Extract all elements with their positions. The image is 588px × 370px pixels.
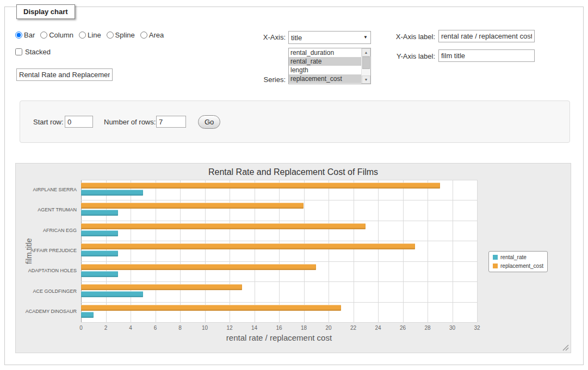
gridline bbox=[81, 200, 477, 200]
gridline bbox=[180, 180, 181, 322]
series-listbox-scrollbar[interactable]: ▲ ▼ bbox=[361, 48, 370, 84]
series-option-rental_rate[interactable]: rental_rate bbox=[289, 57, 361, 66]
x-tick-label: 4 bbox=[122, 325, 139, 331]
bar-rental_rate bbox=[81, 291, 143, 297]
gridline bbox=[205, 180, 206, 322]
bar-replacement_cost bbox=[81, 223, 366, 229]
chart-type-label: Column bbox=[49, 31, 73, 39]
y-axis-label-field-label: Y-Axis label: bbox=[374, 52, 435, 60]
x-axis-label-field-label: X-Axis label: bbox=[374, 33, 435, 41]
category-label: ACADEMY DINOSAUR bbox=[16, 309, 77, 314]
chart-title: Rental Rate and Replacement Cost of Film… bbox=[16, 167, 571, 177]
y-axis-label-input[interactable] bbox=[438, 49, 535, 62]
stacked-label: Stacked bbox=[25, 48, 51, 56]
legend-swatch bbox=[493, 264, 498, 268]
chart-type-bar[interactable]: Bar bbox=[15, 31, 35, 39]
chart-type-line[interactable]: Line bbox=[79, 31, 101, 39]
category-label: ACE GOLDFINGER bbox=[16, 289, 77, 294]
panel-legend: Display chart bbox=[16, 4, 75, 19]
bar-rental_rate bbox=[81, 250, 118, 256]
chart-type-radio-bar[interactable] bbox=[15, 32, 22, 39]
legend-swatch bbox=[493, 255, 498, 260]
x-tick-label: 32 bbox=[469, 325, 485, 331]
x-tick-label: 24 bbox=[370, 325, 386, 331]
start-row-input[interactable] bbox=[65, 116, 93, 128]
category-label: AIRPLANE SIERRA bbox=[16, 187, 77, 192]
gridline bbox=[81, 261, 477, 262]
x-tick-label: 28 bbox=[419, 325, 436, 331]
bar-rental_rate bbox=[81, 271, 118, 277]
x-tick-label: 16 bbox=[271, 325, 287, 331]
chart-type-radio-line[interactable] bbox=[79, 32, 86, 39]
stacked-checkbox[interactable] bbox=[15, 48, 22, 55]
chart-type-label: Bar bbox=[24, 31, 35, 39]
chart-type-spline[interactable]: Spline bbox=[107, 31, 135, 39]
row-controls-panel: Start row: Number of rows: Go bbox=[20, 101, 570, 143]
chart-type-label: Area bbox=[149, 31, 164, 39]
gridline bbox=[477, 180, 478, 322]
series-option-rental_duration[interactable]: rental_duration bbox=[289, 48, 361, 57]
bar-rental_rate bbox=[81, 210, 118, 216]
bar-replacement_cost bbox=[81, 203, 304, 209]
chart-type-radio-spline[interactable] bbox=[107, 32, 114, 39]
series-option-length[interactable]: length bbox=[289, 66, 361, 74]
chart-type-radio-column[interactable] bbox=[40, 32, 47, 39]
bar-replacement_cost bbox=[81, 264, 316, 270]
legend-item-rental_rate[interactable]: rental_rate bbox=[493, 254, 543, 260]
x-tick-label: 8 bbox=[172, 325, 188, 331]
chart-type-column[interactable]: Column bbox=[40, 31, 73, 39]
series-option-replacement_cost[interactable]: replacement_cost bbox=[289, 74, 361, 83]
bar-rental_rate bbox=[81, 230, 118, 236]
x-axis-select-wrap: title ▼ bbox=[288, 31, 371, 44]
bar-replacement_cost bbox=[81, 284, 242, 290]
x-tick-label: 26 bbox=[395, 325, 411, 331]
series-listbox[interactable]: rental_durationrental_ratelengthreplacem… bbox=[288, 48, 371, 84]
legend-label: rental_rate bbox=[500, 254, 527, 260]
x-tick-label: 6 bbox=[147, 325, 164, 331]
gridline bbox=[230, 180, 230, 322]
gridline bbox=[354, 180, 354, 322]
go-button[interactable]: Go bbox=[198, 115, 220, 129]
x-axis-title: rental rate / replacement cost bbox=[81, 333, 477, 342]
gridline bbox=[255, 180, 255, 322]
gridline bbox=[453, 180, 453, 322]
gridline bbox=[81, 281, 477, 282]
legend-label: replacement_cost bbox=[500, 263, 543, 269]
stacked-checkbox-row[interactable]: Stacked bbox=[15, 48, 51, 56]
bar-replacement_cost bbox=[81, 305, 341, 311]
plot-area bbox=[81, 180, 477, 322]
gridline bbox=[304, 180, 305, 322]
gridline bbox=[81, 221, 477, 221]
chart-type-radio-area[interactable] bbox=[140, 32, 147, 39]
gridline bbox=[131, 180, 131, 322]
scroll-up-icon[interactable]: ▲ bbox=[362, 48, 370, 57]
gridline bbox=[378, 180, 379, 322]
category-label: AFRICAN EGG bbox=[16, 228, 77, 233]
x-tick-label: 10 bbox=[197, 325, 213, 331]
chart-type-label: Line bbox=[88, 31, 101, 39]
scroll-down-icon[interactable]: ▼ bbox=[362, 76, 370, 84]
scrollbar-thumb[interactable] bbox=[362, 57, 370, 69]
chart: Rental Rate and Replacement Cost of Film… bbox=[15, 163, 571, 353]
chart-legend: rental_ratereplacement_cost bbox=[488, 251, 548, 272]
start-row-label: Start row: bbox=[33, 118, 64, 126]
legend-item-replacement_cost[interactable]: replacement_cost bbox=[493, 263, 543, 269]
x-tick-label: 22 bbox=[345, 325, 362, 331]
number-of-rows-input[interactable] bbox=[156, 116, 186, 128]
x-tick-label: 20 bbox=[320, 325, 337, 331]
chart-type-area[interactable]: Area bbox=[140, 31, 164, 39]
gridline bbox=[428, 180, 428, 322]
number-of-rows-label: Number of rows: bbox=[104, 118, 156, 126]
category-label: AFFAIR PREJUDICE bbox=[16, 248, 77, 253]
x-tick-label: 18 bbox=[296, 325, 312, 331]
series-list-label: Series: bbox=[239, 76, 286, 84]
x-axis-label-input[interactable] bbox=[438, 30, 535, 42]
category-label: ADAPTATION HOLES bbox=[16, 268, 77, 273]
resize-handle-icon[interactable] bbox=[562, 344, 569, 351]
bar-replacement_cost bbox=[81, 183, 440, 189]
chart-title-input[interactable] bbox=[16, 68, 113, 81]
x-tick-label: 2 bbox=[98, 325, 114, 331]
x-axis-select[interactable]: title bbox=[288, 31, 371, 44]
x-tick-label: 0 bbox=[73, 325, 89, 331]
bar-replacement_cost bbox=[81, 243, 415, 249]
